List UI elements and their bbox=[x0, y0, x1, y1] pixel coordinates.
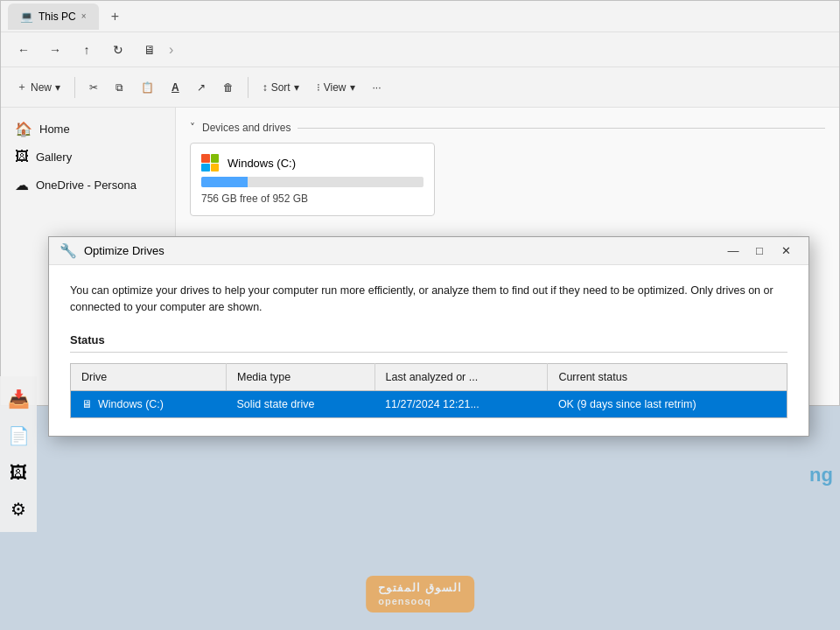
title-bar-left: 💻 This PC × + bbox=[8, 4, 127, 30]
drive-table: Drive Media type Last analyzed or ... Cu… bbox=[70, 363, 788, 418]
new-label: New bbox=[31, 81, 52, 94]
view-label: View bbox=[324, 81, 346, 94]
tab-icon: 💻 bbox=[20, 10, 33, 23]
cut-button[interactable]: ✂ bbox=[82, 74, 105, 102]
copy-button[interactable]: ⧉ bbox=[108, 74, 130, 102]
onedrive-icon: ☁ bbox=[15, 177, 29, 193]
gallery-icon: 🖼 bbox=[15, 149, 29, 164]
section-chevron: ˅ bbox=[190, 122, 195, 134]
sort-icon: ↕ bbox=[262, 81, 268, 94]
drive-tile-c[interactable]: Windows (C:) 756 GB free of 952 GB bbox=[190, 143, 435, 216]
row-current-status: OK (9 days since last retrim) bbox=[548, 390, 788, 417]
toolbar: ＋ New ▾ ✂ ⧉ 📋 A ↗ 🗑 ↕ Sort ▾ ⁝ bbox=[1, 67, 839, 108]
sort-chevron: ▾ bbox=[294, 81, 299, 94]
watermark-sub: opensooq bbox=[378, 596, 431, 606]
sort-label: Sort bbox=[271, 81, 290, 94]
dialog-title-icon: 🔧 bbox=[60, 242, 77, 259]
rename-button[interactable]: A bbox=[164, 74, 186, 102]
dialog-maximize-button[interactable]: □ bbox=[747, 239, 772, 263]
drive-row-computer-icon: 🖥 bbox=[81, 398, 93, 410]
new-chevron: ▾ bbox=[55, 81, 60, 94]
home-icon: 🏠 bbox=[15, 121, 32, 137]
drive-table-header-row: Drive Media type Last analyzed or ... Cu… bbox=[71, 363, 788, 390]
rename-icon: A bbox=[172, 81, 179, 94]
delete-button[interactable]: 🗑 bbox=[216, 74, 241, 102]
delete-icon: 🗑 bbox=[223, 81, 234, 94]
col-last-analyzed: Last analyzed or ... bbox=[374, 363, 548, 390]
more-options-button[interactable]: ··· bbox=[366, 74, 388, 102]
new-icon: ＋ bbox=[17, 80, 27, 94]
new-tab-button[interactable]: + bbox=[104, 5, 127, 28]
col-current-status: Current status bbox=[548, 363, 788, 390]
title-bar: 💻 This PC × + bbox=[1, 1, 839, 32]
new-button[interactable]: ＋ New ▾ bbox=[10, 74, 67, 102]
windows-logo-icon bbox=[201, 154, 219, 172]
more-icon: ··· bbox=[373, 81, 382, 94]
copy-icon: ⧉ bbox=[116, 81, 123, 94]
section-label: Devices and drives bbox=[202, 122, 290, 134]
tab-close-button[interactable]: × bbox=[81, 11, 87, 21]
col-drive: Drive bbox=[71, 363, 227, 390]
drive-row-icon: 🖥 Windows (C:) bbox=[81, 398, 164, 410]
drive-progress-fill bbox=[201, 177, 248, 187]
tab-label: This PC bbox=[38, 10, 76, 23]
taskbar-icon-image[interactable]: 🖼 bbox=[3, 457, 34, 488]
row-media-type: Solid state drive bbox=[226, 390, 374, 417]
dialog-title-bar: 🔧 Optimize Drives — □ ✕ bbox=[49, 237, 808, 265]
dialog-title-text: Optimize Drives bbox=[84, 244, 721, 257]
forward-button[interactable]: → bbox=[43, 38, 67, 62]
share-button[interactable]: ↗ bbox=[190, 74, 213, 102]
back-button[interactable]: ← bbox=[11, 38, 36, 62]
view-icon: ⁝ bbox=[317, 81, 320, 94]
taskbar-icons: 📥 📄 🖼 ⚙ bbox=[0, 376, 37, 532]
toolbar-divider-2 bbox=[248, 77, 248, 98]
optimize-drives-dialog: 🔧 Optimize Drives — □ ✕ You can optimize… bbox=[48, 236, 809, 437]
taskbar-icon-document[interactable]: 📄 bbox=[3, 420, 34, 452]
refresh-button[interactable]: ↻ bbox=[106, 38, 130, 62]
share-icon: ↗ bbox=[197, 81, 206, 94]
sidebar-item-gallery[interactable]: 🖼 Gallery bbox=[1, 143, 175, 171]
paste-button[interactable]: 📋 bbox=[134, 74, 161, 102]
view-button[interactable]: ⁝ View ▾ bbox=[310, 74, 362, 102]
paste-icon: 📋 bbox=[141, 81, 154, 94]
nav-separator: › bbox=[169, 42, 173, 58]
row-last-analyzed: 11/27/2024 12:21... bbox=[374, 390, 548, 417]
ng-text: ng bbox=[809, 464, 833, 486]
sidebar-gallery-label: Gallery bbox=[36, 150, 72, 164]
watermark-text: السوق المفتوح bbox=[378, 581, 462, 594]
view-chevron: ▾ bbox=[350, 81, 355, 94]
watermark: السوق المفتوح opensooq bbox=[366, 576, 474, 612]
navigation-bar: ← → ↑ ↻ 🖥 › bbox=[1, 32, 839, 67]
section-header: ˅ Devices and drives bbox=[190, 122, 825, 134]
row-drive: 🖥 Windows (C:) bbox=[71, 390, 227, 417]
cut-icon: ✂ bbox=[89, 81, 98, 94]
drive-name: Windows (C:) bbox=[228, 157, 296, 170]
toolbar-divider-1 bbox=[74, 77, 75, 98]
sidebar-item-home[interactable]: 🏠 Home bbox=[1, 115, 175, 143]
dialog-description: You can optimize your drives to help you… bbox=[70, 283, 788, 316]
dialog-minimize-button[interactable]: — bbox=[721, 239, 746, 263]
taskbar-icon-settings[interactable]: ⚙ bbox=[3, 494, 34, 525]
drive-table-header: Drive Media type Last analyzed or ... Cu… bbox=[71, 363, 788, 390]
sidebar-home-label: Home bbox=[39, 122, 70, 136]
this-pc-tab[interactable]: 💻 This PC × bbox=[8, 4, 99, 30]
display-button[interactable]: 🖥 bbox=[137, 38, 162, 62]
up-button[interactable]: ↑ bbox=[74, 38, 99, 62]
taskbar-icon-download[interactable]: 📥 bbox=[3, 383, 34, 415]
dialog-body: You can optimize your drives to help you… bbox=[49, 265, 808, 436]
dialog-close-button[interactable]: ✕ bbox=[774, 239, 798, 263]
col-media-type: Media type bbox=[226, 363, 374, 390]
sidebar-onedrive-label: OneDrive - Persona bbox=[36, 178, 136, 192]
sort-button[interactable]: ↕ Sort ▾ bbox=[256, 74, 306, 102]
drive-progress-bar bbox=[201, 177, 424, 187]
dialog-controls: — □ ✕ bbox=[721, 239, 798, 263]
drive-free-space: 756 GB free of 952 GB bbox=[201, 192, 424, 205]
drive-table-body: 🖥 Windows (C:) Solid state drive 11/27/2… bbox=[71, 390, 788, 417]
drive-tile-header: Windows (C:) bbox=[201, 154, 424, 172]
table-row[interactable]: 🖥 Windows (C:) Solid state drive 11/27/2… bbox=[71, 390, 788, 417]
sidebar-item-onedrive[interactable]: ☁ OneDrive - Persona bbox=[1, 171, 175, 199]
dialog-status-label: Status bbox=[70, 333, 788, 353]
